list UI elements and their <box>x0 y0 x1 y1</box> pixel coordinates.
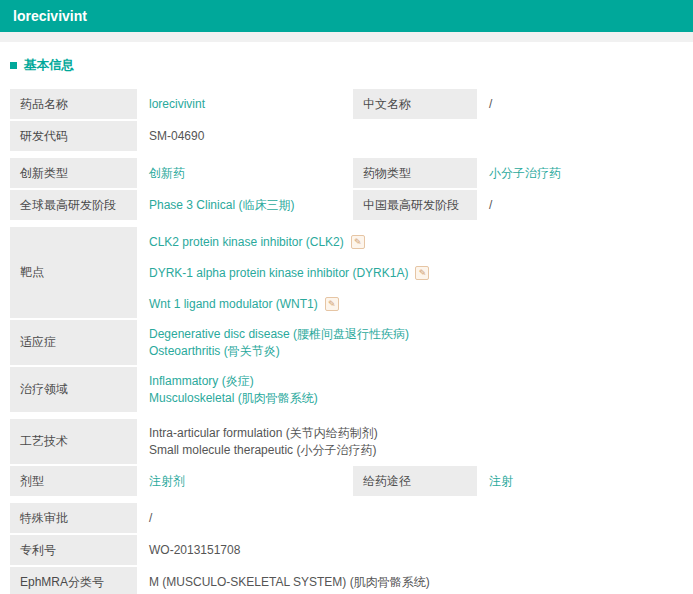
special-approval-value: / <box>149 511 152 525</box>
technology-value-cell: Intra-articular formulation (关节内给药制剂) Sm… <box>139 419 683 464</box>
admin-route-link[interactable]: 注射 <box>489 473 513 490</box>
cn-name-value-cell: / <box>479 89 683 119</box>
table-row-targets: 靶点 CLK2 protein kinase inhibitor (CLK2) … <box>10 227 683 318</box>
target-link[interactable]: CLK2 protein kinase inhibitor (CLK2) <box>149 235 344 249</box>
drug-type-value-cell: 小分子治疗药 <box>479 158 683 188</box>
china-stage-label: 中国最高研发阶段 <box>353 190 477 220</box>
table-row: 剂型 注射剂 给药途径 注射 <box>10 466 683 496</box>
target-link[interactable]: Wnt 1 ligand modulator (WNT1) <box>149 297 318 311</box>
special-approval-label: 特殊审批 <box>10 503 137 533</box>
basic-info-table: 药品名称 lorecivivint 中文名称 / 研发代码 SM-04690 创… <box>10 89 683 594</box>
admin-route-value-cell: 注射 <box>479 466 683 496</box>
innovation-type-value-cell: 创新药 <box>139 158 351 188</box>
therapy-area-link[interactable]: Musculoskeletal (肌肉骨骼系统) <box>149 390 318 407</box>
table-row-indications: 适应症 Degenerative disc disease (腰椎间盘退行性疾病… <box>10 320 683 365</box>
global-stage-value-cell: Phase 3 Clinical (临床三期) <box>139 190 351 220</box>
group-approval-patent: 特殊审批 / 专利号 WO-2013151708 EphMRA分类号 M (MU… <box>10 503 683 594</box>
table-row: 特殊审批 / <box>10 503 683 533</box>
targets-label: 靶点 <box>10 227 137 318</box>
admin-route-label: 给药途径 <box>353 466 477 496</box>
therapy-areas-list: Inflammatory (炎症) Musculoskeletal (肌肉骨骼系… <box>149 373 318 407</box>
rd-code-label: 研发代码 <box>10 121 137 151</box>
indication-link[interactable]: Degenerative disc disease (腰椎间盘退行性疾病) <box>149 326 409 343</box>
drug-type-link[interactable]: 小分子治疗药 <box>489 165 561 182</box>
edit-icon[interactable]: ✎ <box>415 266 429 280</box>
global-stage-link[interactable]: Phase 3 Clinical (临床三期) <box>149 197 294 214</box>
technology-label: 工艺技术 <box>10 419 137 464</box>
rd-code-value-cell: SM-04690 <box>139 121 683 151</box>
drug-name-label: 药品名称 <box>10 89 137 119</box>
indications-label: 适应症 <box>10 320 137 365</box>
technology-list: Intra-articular formulation (关节内给药制剂) Sm… <box>149 425 378 459</box>
innovation-type-link[interactable]: 创新药 <box>149 165 185 182</box>
ephmra-value-cell: M (MUSCULO-SKELETAL SYSTEM) (肌肉骨骼系统) <box>139 567 683 594</box>
drug-type-label: 药物类型 <box>353 158 477 188</box>
edit-icon[interactable]: ✎ <box>325 297 339 311</box>
target-item: DYRK-1 alpha protein kinase inhibitor (D… <box>139 258 683 287</box>
drug-name-link[interactable]: lorecivivint <box>149 97 205 111</box>
ephmra-value: M (MUSCULO-SKELETAL SYSTEM) (肌肉骨骼系统) <box>149 574 430 591</box>
table-row: 研发代码 SM-04690 <box>10 121 683 151</box>
targets-value-column: CLK2 protein kinase inhibitor (CLK2) ✎ D… <box>139 227 683 318</box>
china-stage-value: / <box>489 198 492 212</box>
group-target-indication: 靶点 CLK2 protein kinase inhibitor (CLK2) … <box>10 227 683 412</box>
table-row-therapy-areas: 治疗领域 Inflammatory (炎症) Musculoskeletal (… <box>10 367 683 412</box>
cn-name-value: / <box>489 97 492 111</box>
table-row: 创新类型 创新药 药物类型 小分子治疗药 <box>10 158 683 188</box>
global-stage-label: 全球最高研发阶段 <box>10 190 137 220</box>
group-technology: 工艺技术 Intra-articular formulation (关节内给药制… <box>10 419 683 496</box>
target-link[interactable]: DYRK-1 alpha protein kinase inhibitor (D… <box>149 266 408 280</box>
page-header: lorecivivint <box>0 0 693 32</box>
patent-no-label: 专利号 <box>10 535 137 565</box>
table-row: 药品名称 lorecivivint 中文名称 / <box>10 89 683 119</box>
patent-no-value: WO-2013151708 <box>149 543 240 557</box>
section-title-label: 基本信息 <box>24 57 74 74</box>
indications-value-cell: Degenerative disc disease (腰椎间盘退行性疾病) Os… <box>139 320 683 365</box>
technology-item: Intra-articular formulation (关节内给药制剂) <box>149 425 378 442</box>
target-item: CLK2 protein kinase inhibitor (CLK2) ✎ <box>139 227 683 256</box>
dosage-form-value-cell: 注射剂 <box>139 466 351 496</box>
technology-item: Small molecule therapeutic (小分子治疗药) <box>149 442 378 459</box>
section-header-basic-info: 基本信息 <box>10 57 693 74</box>
therapy-areas-label: 治疗领域 <box>10 367 137 412</box>
ephmra-label: EphMRA分类号 <box>10 567 137 594</box>
patent-no-value-cell: WO-2013151708 <box>139 535 683 565</box>
indication-link[interactable]: Osteoarthritis (骨关节炎) <box>149 343 409 360</box>
drug-name-value-cell: lorecivivint <box>139 89 351 119</box>
edit-icon[interactable]: ✎ <box>351 235 365 249</box>
innovation-type-label: 创新类型 <box>10 158 137 188</box>
group-name: 药品名称 lorecivivint 中文名称 / 研发代码 SM-04690 <box>10 89 683 151</box>
target-item: Wnt 1 ligand modulator (WNT1) ✎ <box>139 289 683 318</box>
rd-code-value: SM-04690 <box>149 129 204 143</box>
header-substrip <box>0 32 693 42</box>
therapy-areas-value-cell: Inflammatory (炎症) Musculoskeletal (肌肉骨骼系… <box>139 367 683 412</box>
dosage-form-link[interactable]: 注射剂 <box>149 473 185 490</box>
indications-list: Degenerative disc disease (腰椎间盘退行性疾病) Os… <box>149 326 409 360</box>
special-approval-value-cell: / <box>139 503 683 533</box>
group-type-stage: 创新类型 创新药 药物类型 小分子治疗药 全球最高研发阶段 Phase 3 Cl… <box>10 158 683 220</box>
table-row-technology: 工艺技术 Intra-articular formulation (关节内给药制… <box>10 419 683 464</box>
page-title: lorecivivint <box>13 8 87 24</box>
dosage-form-label: 剂型 <box>10 466 137 496</box>
table-row: 全球最高研发阶段 Phase 3 Clinical (临床三期) 中国最高研发阶… <box>10 190 683 220</box>
therapy-area-link[interactable]: Inflammatory (炎症) <box>149 373 318 390</box>
china-stage-value-cell: / <box>479 190 683 220</box>
cn-name-label: 中文名称 <box>353 89 477 119</box>
table-row: 专利号 WO-2013151708 <box>10 535 683 565</box>
table-row: EphMRA分类号 M (MUSCULO-SKELETAL SYSTEM) (肌… <box>10 567 683 594</box>
section-bullet-icon <box>10 62 17 69</box>
